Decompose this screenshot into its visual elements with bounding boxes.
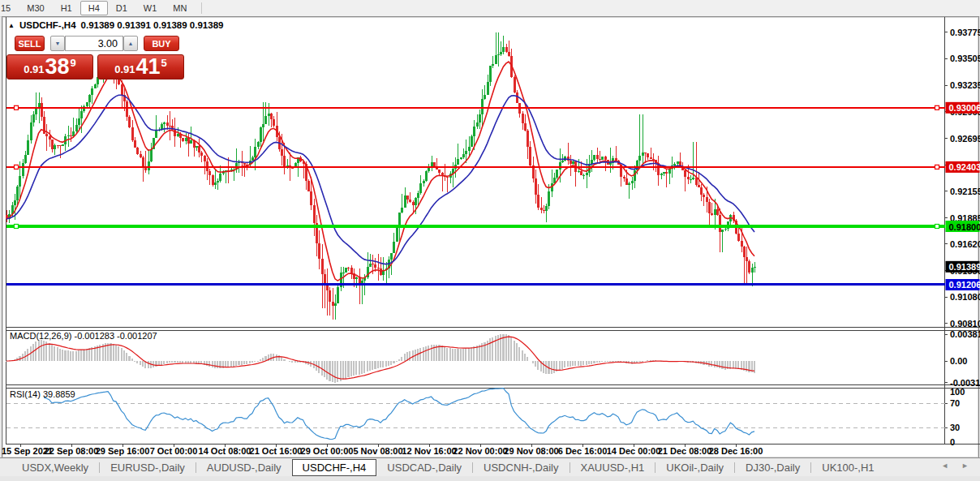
one-click-trading-panel: SELL ▼ ▲ BUY 0.91 38 9 0.91 41 5 — [6, 36, 184, 79]
timeframe-h4-button[interactable]: H4 — [80, 1, 108, 15]
tab-scroll-controls: ◄ ► — [941, 462, 969, 470]
chart-ohlc-values: 0.91389 0.91391 0.91389 0.91389 — [81, 20, 224, 30]
timeframe-w1-button[interactable]: W1 — [135, 1, 165, 15]
sell-price-button[interactable]: 0.91 38 9 — [6, 54, 93, 79]
timeframe-d1-button[interactable]: D1 — [108, 1, 135, 15]
tab-usdcnh-daily[interactable]: USDCNH-,Daily — [473, 460, 569, 475]
sell-price-pip: 9 — [71, 57, 76, 69]
timeframe-toolbar: 15 M30 H1 H4 D1 W1 MN — [0, 0, 980, 17]
tab-usdcad-daily[interactable]: USDCAD-,Daily — [376, 460, 472, 475]
macd-indicator-label: MACD(12,26,9) -0.001283 -0.001207 — [10, 331, 157, 341]
volume-increase-button[interactable]: ▲ — [123, 36, 138, 51]
buy-price-button[interactable]: 0.91 41 5 — [97, 54, 184, 79]
rsi-indicator-label: RSI(14) 39.8859 — [10, 389, 75, 399]
status-strip — [0, 476, 980, 481]
chart-window[interactable] — [2, 16, 979, 458]
chart-title: ▲ USDCHF-,H4 0.91389 0.91391 0.91389 0.9… — [8, 20, 223, 30]
tab-scroll-right-icon[interactable]: ► — [961, 462, 969, 470]
tab-ukoil-daily[interactable]: UKOil-,Daily — [655, 460, 734, 475]
toolbar-separator — [201, 2, 202, 14]
buy-price-big: 41 — [136, 56, 161, 78]
timeframe-m30-button[interactable]: M30 — [19, 1, 52, 15]
collapse-panel-icon[interactable]: ▲ — [8, 22, 15, 29]
buy-price-base: 0.91 — [114, 63, 135, 75]
tab-eurusd-daily[interactable]: EURUSD-,Daily — [100, 460, 196, 475]
tab-audusd-daily[interactable]: AUDUSD-,Daily — [196, 460, 292, 475]
buy-price-pip: 5 — [161, 57, 167, 69]
sell-price-base: 0.91 — [24, 63, 44, 75]
timeframe-h1-button[interactable]: H1 — [53, 1, 80, 15]
tab-uk100-h1[interactable]: UK100-,H1 — [811, 460, 884, 475]
spin-up-icon: ▲ — [128, 41, 134, 46]
chart-symbol-label: USDCHF-,H4 — [19, 20, 76, 30]
spin-down-icon: ▼ — [55, 41, 61, 46]
buy-button[interactable]: BUY — [144, 36, 179, 51]
tab-usdchf-h4[interactable]: USDCHF-,H4 — [292, 459, 377, 476]
chart-tab-bar: USDX,Weekly EURUSD-,Daily AUDUSD-,Daily … — [0, 457, 980, 477]
timeframe-mn-button[interactable]: MN — [165, 1, 195, 15]
timeframe-m15-button[interactable]: 15 — [0, 1, 19, 15]
volume-input[interactable] — [65, 36, 123, 51]
tab-dj30-daily[interactable]: DJ30-,Daily — [735, 460, 810, 475]
sell-button[interactable]: SELL — [15, 36, 45, 51]
chart-tabs: USDX,Weekly EURUSD-,Daily AUDUSD-,Daily … — [11, 459, 885, 476]
sell-price-big: 38 — [45, 56, 70, 78]
timeframe-buttons: 15 M30 H1 H4 D1 W1 MN — [0, 1, 208, 15]
tab-scroll-left-icon[interactable]: ◄ — [941, 462, 948, 470]
tab-usdx-weekly[interactable]: USDX,Weekly — [11, 460, 99, 475]
volume-decrease-button[interactable]: ▼ — [50, 36, 65, 51]
tab-xauusd-h1[interactable]: XAUUSD-,H1 — [570, 460, 655, 475]
